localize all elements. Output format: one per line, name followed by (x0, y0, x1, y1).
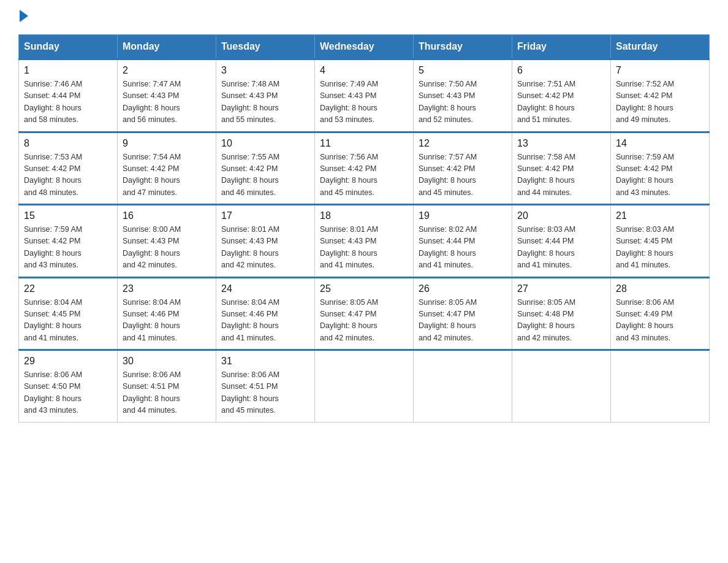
day-info: Sunrise: 8:05 AM Sunset: 4:48 PM Dayligh… (517, 297, 605, 345)
day-info: Sunrise: 7:46 AM Sunset: 4:44 PM Dayligh… (24, 79, 112, 126)
day-number: 28 (616, 283, 704, 294)
day-info: Sunrise: 7:50 AM Sunset: 4:43 PM Dayligh… (419, 79, 507, 126)
day-number: 18 (320, 210, 408, 221)
day-number: 27 (517, 283, 605, 294)
week-row-1: 1 Sunrise: 7:46 AM Sunset: 4:44 PM Dayli… (19, 59, 710, 132)
day-info: Sunrise: 7:55 AM Sunset: 4:42 PM Dayligh… (221, 151, 309, 199)
header-day-sunday: Sunday (19, 35, 118, 59)
day-number: 19 (419, 210, 507, 221)
day-cell: 19 Sunrise: 8:02 AM Sunset: 4:44 PM Dayl… (414, 205, 512, 278)
day-cell: 12 Sunrise: 7:57 AM Sunset: 4:42 PM Dayl… (414, 132, 512, 205)
calendar-table: SundayMondayTuesdayWednesdayThursdayFrid… (18, 34, 710, 423)
day-cell: 16 Sunrise: 8:00 AM Sunset: 4:43 PM Dayl… (118, 205, 216, 278)
day-number: 25 (320, 283, 408, 294)
day-cell: 28 Sunrise: 8:06 AM Sunset: 4:49 PM Dayl… (611, 277, 710, 350)
day-number: 23 (123, 283, 211, 294)
day-cell: 15 Sunrise: 7:59 AM Sunset: 4:42 PM Dayl… (19, 205, 118, 278)
day-cell (512, 350, 611, 423)
day-number: 7 (616, 65, 704, 76)
day-info: Sunrise: 8:01 AM Sunset: 4:43 PM Dayligh… (221, 224, 309, 272)
day-number: 5 (419, 65, 507, 76)
day-cell: 17 Sunrise: 8:01 AM Sunset: 4:43 PM Dayl… (216, 205, 315, 278)
day-info: Sunrise: 7:47 AM Sunset: 4:43 PM Dayligh… (123, 79, 211, 126)
day-info: Sunrise: 8:06 AM Sunset: 4:51 PM Dayligh… (221, 369, 309, 417)
day-cell: 11 Sunrise: 7:56 AM Sunset: 4:42 PM Dayl… (315, 132, 414, 205)
day-cell: 23 Sunrise: 8:04 AM Sunset: 4:46 PM Dayl… (118, 277, 216, 350)
week-row-5: 29 Sunrise: 8:06 AM Sunset: 4:50 PM Dayl… (19, 350, 710, 423)
day-cell: 21 Sunrise: 8:03 AM Sunset: 4:45 PM Dayl… (611, 205, 710, 278)
day-number: 14 (616, 138, 704, 149)
day-cell: 7 Sunrise: 7:52 AM Sunset: 4:42 PM Dayli… (611, 59, 710, 132)
header-row: SundayMondayTuesdayWednesdayThursdayFrid… (19, 35, 710, 59)
day-info: Sunrise: 8:02 AM Sunset: 4:44 PM Dayligh… (419, 224, 507, 272)
day-info: Sunrise: 8:05 AM Sunset: 4:47 PM Dayligh… (320, 297, 408, 345)
day-info: Sunrise: 7:51 AM Sunset: 4:42 PM Dayligh… (517, 79, 605, 126)
day-info: Sunrise: 7:59 AM Sunset: 4:42 PM Dayligh… (24, 224, 112, 272)
logo (18, 12, 28, 22)
day-cell (414, 350, 512, 423)
day-cell: 31 Sunrise: 8:06 AM Sunset: 4:51 PM Dayl… (216, 350, 315, 423)
header (18, 12, 710, 22)
day-cell: 6 Sunrise: 7:51 AM Sunset: 4:42 PM Dayli… (512, 59, 611, 132)
day-info: Sunrise: 8:01 AM Sunset: 4:43 PM Dayligh… (320, 224, 408, 272)
day-info: Sunrise: 7:48 AM Sunset: 4:43 PM Dayligh… (221, 79, 309, 126)
day-number: 9 (123, 138, 211, 149)
day-info: Sunrise: 8:06 AM Sunset: 4:51 PM Dayligh… (123, 369, 211, 417)
day-cell: 5 Sunrise: 7:50 AM Sunset: 4:43 PM Dayli… (414, 59, 512, 132)
day-cell: 25 Sunrise: 8:05 AM Sunset: 4:47 PM Dayl… (315, 277, 414, 350)
day-number: 20 (517, 210, 605, 221)
logo-triangle-icon (20, 10, 28, 22)
day-number: 11 (320, 138, 408, 149)
day-cell: 13 Sunrise: 7:58 AM Sunset: 4:42 PM Dayl… (512, 132, 611, 205)
day-cell: 9 Sunrise: 7:54 AM Sunset: 4:42 PM Dayli… (118, 132, 216, 205)
day-info: Sunrise: 8:06 AM Sunset: 4:49 PM Dayligh… (616, 297, 704, 345)
day-info: Sunrise: 7:58 AM Sunset: 4:42 PM Dayligh… (517, 151, 605, 199)
day-number: 17 (221, 210, 309, 221)
day-number: 1 (24, 65, 112, 76)
day-info: Sunrise: 8:04 AM Sunset: 4:46 PM Dayligh… (221, 297, 309, 345)
day-cell: 29 Sunrise: 8:06 AM Sunset: 4:50 PM Dayl… (19, 350, 118, 423)
day-info: Sunrise: 8:04 AM Sunset: 4:46 PM Dayligh… (123, 297, 211, 345)
day-info: Sunrise: 8:06 AM Sunset: 4:50 PM Dayligh… (24, 369, 112, 417)
day-cell: 30 Sunrise: 8:06 AM Sunset: 4:51 PM Dayl… (118, 350, 216, 423)
day-info: Sunrise: 8:03 AM Sunset: 4:44 PM Dayligh… (517, 224, 605, 272)
day-info: Sunrise: 8:03 AM Sunset: 4:45 PM Dayligh… (616, 224, 704, 272)
header-day-friday: Friday (512, 35, 611, 59)
day-info: Sunrise: 8:05 AM Sunset: 4:47 PM Dayligh… (419, 297, 507, 345)
header-day-thursday: Thursday (414, 35, 512, 59)
day-number: 15 (24, 210, 112, 221)
day-number: 10 (221, 138, 309, 149)
header-day-wednesday: Wednesday (315, 35, 414, 59)
day-cell: 10 Sunrise: 7:55 AM Sunset: 4:42 PM Dayl… (216, 132, 315, 205)
day-number: 2 (123, 65, 211, 76)
day-number: 4 (320, 65, 408, 76)
day-cell: 4 Sunrise: 7:49 AM Sunset: 4:43 PM Dayli… (315, 59, 414, 132)
day-info: Sunrise: 7:56 AM Sunset: 4:42 PM Dayligh… (320, 151, 408, 199)
day-cell: 18 Sunrise: 8:01 AM Sunset: 4:43 PM Dayl… (315, 205, 414, 278)
day-number: 8 (24, 138, 112, 149)
week-row-4: 22 Sunrise: 8:04 AM Sunset: 4:45 PM Dayl… (19, 277, 710, 350)
day-number: 16 (123, 210, 211, 221)
week-row-2: 8 Sunrise: 7:53 AM Sunset: 4:42 PM Dayli… (19, 132, 710, 205)
day-cell (611, 350, 710, 423)
day-number: 29 (24, 356, 112, 367)
day-number: 3 (221, 65, 309, 76)
day-cell: 8 Sunrise: 7:53 AM Sunset: 4:42 PM Dayli… (19, 132, 118, 205)
day-number: 21 (616, 210, 704, 221)
day-cell: 27 Sunrise: 8:05 AM Sunset: 4:48 PM Dayl… (512, 277, 611, 350)
day-number: 24 (221, 283, 309, 294)
day-cell: 1 Sunrise: 7:46 AM Sunset: 4:44 PM Dayli… (19, 59, 118, 132)
day-cell: 24 Sunrise: 8:04 AM Sunset: 4:46 PM Dayl… (216, 277, 315, 350)
day-info: Sunrise: 7:59 AM Sunset: 4:42 PM Dayligh… (616, 151, 704, 199)
day-cell: 14 Sunrise: 7:59 AM Sunset: 4:42 PM Dayl… (611, 132, 710, 205)
day-info: Sunrise: 8:04 AM Sunset: 4:45 PM Dayligh… (24, 297, 112, 345)
day-number: 26 (419, 283, 507, 294)
day-number: 12 (419, 138, 507, 149)
day-info: Sunrise: 8:00 AM Sunset: 4:43 PM Dayligh… (123, 224, 211, 272)
header-day-tuesday: Tuesday (216, 35, 315, 59)
day-cell: 22 Sunrise: 8:04 AM Sunset: 4:45 PM Dayl… (19, 277, 118, 350)
day-info: Sunrise: 7:53 AM Sunset: 4:42 PM Dayligh… (24, 151, 112, 199)
day-info: Sunrise: 7:54 AM Sunset: 4:42 PM Dayligh… (123, 151, 211, 199)
day-info: Sunrise: 7:52 AM Sunset: 4:42 PM Dayligh… (616, 79, 704, 126)
day-number: 13 (517, 138, 605, 149)
